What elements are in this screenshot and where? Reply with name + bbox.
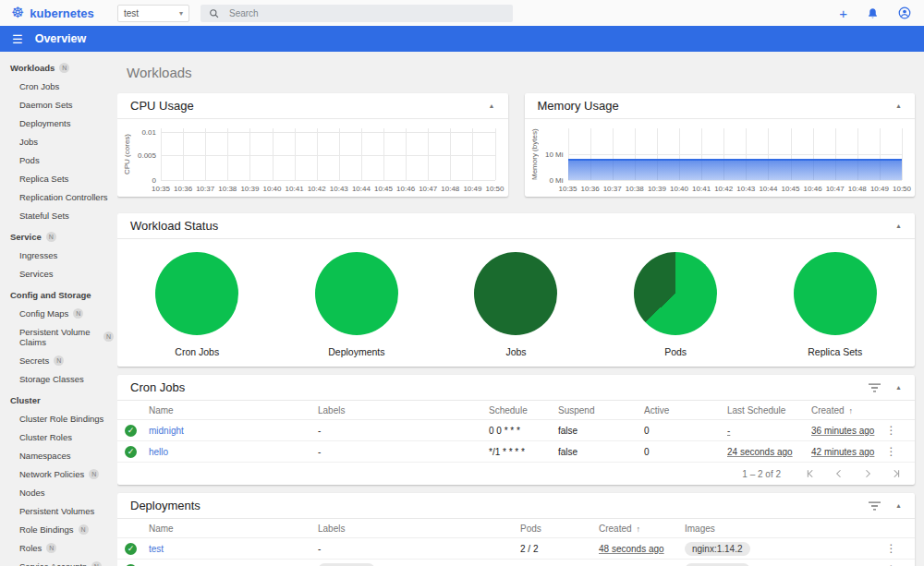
namespaced-badge: N [91,561,102,566]
sort-ascending-icon: ↑ [637,524,641,534]
sidebar-item-secrets[interactable]: SecretsN [0,351,117,369]
sidebar-item-label: Storage Classes [19,374,84,384]
active-cell: 0 [644,447,727,457]
collapse-deployments-button[interactable]: ▲ [895,502,902,509]
collapse-cron-jobs-button[interactable]: ▲ [895,384,902,391]
column-header-images[interactable]: Images [685,524,876,534]
sidebar-item-services[interactable]: Services [0,264,117,283]
collapse-memory-card-button[interactable]: ▲ [895,102,902,109]
namespace-selector[interactable]: test ▾ [117,5,189,22]
row-actions-menu-button[interactable]: ⋮ [876,445,907,458]
sidebar-item-role-bindings[interactable]: Role BindingsN [0,520,117,538]
appbar-title: Overview [35,32,87,45]
next-page-icon[interactable] [862,468,873,479]
cron-jobs-pagination: 1 – 2 of 2 [117,463,915,485]
menu-icon[interactable]: ☰ [12,33,23,45]
schedule-cell: */1 * * * * [489,447,558,457]
column-header-labels[interactable]: Labels [318,405,489,415]
pie-label: Deployments [328,346,384,357]
x-axis-tick: 10:50 [485,185,504,193]
column-header-schedule[interactable]: Schedule [489,405,558,415]
namespaced-badge: N [103,331,114,342]
x-axis-tick: 10:47 [419,185,437,193]
sidebar-item-label: Stateful Sets [19,211,69,221]
sidebar-item-config-maps[interactable]: Config MapsN [0,304,117,322]
cron-job-link[interactable]: midnight [149,426,318,436]
sidebar: WorkloadsNCron JobsDaemon SetsDeployment… [0,52,117,566]
sidebar-item-service-accounts[interactable]: Service AccountsN [0,557,117,566]
sidebar-item-nodes[interactable]: Nodes [0,483,117,501]
first-page-icon[interactable] [805,468,816,479]
search-icon [209,8,219,18]
workload-status-deployments: Deployments [277,252,437,357]
deployment-link[interactable]: test [149,544,318,554]
column-header-name[interactable]: Name [149,405,318,415]
create-resource-button[interactable]: + [839,6,847,20]
sidebar-section-service: ServiceN [0,224,117,246]
sidebar-item-persistent-volume-claims[interactable]: Persistent Volume ClaimsN [0,322,117,351]
column-header-last-schedule[interactable]: Last Schedule [727,405,811,415]
x-axis-tick: 10:48 [848,185,867,193]
sidebar-item-cluster-roles[interactable]: Cluster Roles [0,428,117,446]
sidebar-item-replication-controllers[interactable]: Replication Controllers [0,187,117,206]
notifications-icon[interactable] [867,7,879,19]
column-header-pods[interactable]: Pods [520,524,599,534]
sidebar-item-stateful-sets[interactable]: Stateful Sets [0,206,117,224]
filter-icon[interactable] [869,501,881,511]
sidebar-item-network-policies[interactable]: Network PoliciesN [0,464,117,483]
last-page-icon[interactable] [891,468,902,479]
sidebar-item-daemon-sets[interactable]: Daemon Sets [0,95,117,114]
collapse-workload-status-button[interactable]: ▲ [895,223,902,229]
sidebar-item-namespaces[interactable]: Namespaces [0,446,117,464]
created-cell: 42 minutes ago [811,447,876,457]
namespaced-badge: N [59,63,69,73]
x-axis-tick: 10:41 [692,185,711,193]
sidebar-item-ingresses[interactable]: Ingresses [0,246,117,264]
x-axis-tick: 10:35 [558,185,577,193]
deployments-title: Deployments [130,499,869,512]
column-header-created[interactable]: Created↑ [599,524,685,534]
column-header-created[interactable]: Created↑ [811,405,876,415]
logo[interactable]: ☸ kubernetes [0,6,117,20]
sidebar-item-deployments[interactable]: Deployments [0,114,117,132]
images-cell: nginx:1.14.2 [685,542,750,556]
filter-icon[interactable] [869,383,881,392]
labels-cell: app: nginx [318,563,375,566]
column-header-suspend[interactable]: Suspend [558,405,644,415]
sidebar-item-replica-sets[interactable]: Replica Sets [0,169,117,187]
x-axis-tick: 10:44 [352,185,371,193]
x-axis-tick: 10:37 [603,185,622,193]
sidebar-item-label: Network Policies [19,469,84,479]
search-input[interactable] [227,7,505,19]
account-icon[interactable] [898,6,911,19]
memory-usage-area [568,159,903,180]
x-axis-tick: 10:46 [804,185,822,193]
collapse-cpu-card-button[interactable]: ▲ [489,102,495,109]
table-row-test: ✓test-2 / 248 seconds agonginx:1.14.2⋮ [117,538,915,560]
sidebar-item-storage-classes[interactable]: Storage Classes [0,369,117,388]
sidebar-item-label: Secrets [19,355,49,366]
previous-page-icon[interactable] [833,468,845,479]
sidebar-item-label: Cluster Roles [19,432,72,442]
row-actions-menu-button[interactable]: ⋮ [876,542,907,555]
table-row-midnight: ✓midnight-0 0 * * *false0-36 minutes ago… [117,420,915,441]
sidebar-section-label: Cluster [10,395,41,405]
cron-job-link[interactable]: hello [149,447,318,457]
x-axis-tick: 10:45 [781,185,799,193]
search-box [201,5,513,22]
column-header-labels[interactable]: Labels [318,524,520,534]
x-axis-tick: 10:48 [441,185,459,193]
sidebar-item-jobs[interactable]: Jobs [0,132,117,151]
column-header-active[interactable]: Active [644,405,727,415]
sidebar-item-persistent-volumes[interactable]: Persistent Volumes [0,501,117,520]
sidebar-item-pods[interactable]: Pods [0,151,117,169]
sidebar-item-cron-jobs[interactable]: Cron Jobs [0,77,117,95]
header-actions: + [839,6,924,20]
row-actions-menu-button[interactable]: ⋮ [876,424,907,437]
sidebar-item-cluster-role-bindings[interactable]: Cluster Role Bindings [0,409,117,428]
sidebar-item-roles[interactable]: RolesN [0,538,117,557]
app-bar: ☰ Overview [0,26,924,52]
column-header-name[interactable]: Name [149,524,318,534]
y-axis-tick: 0 [152,176,156,185]
logo-text: kubernetes [30,6,93,20]
